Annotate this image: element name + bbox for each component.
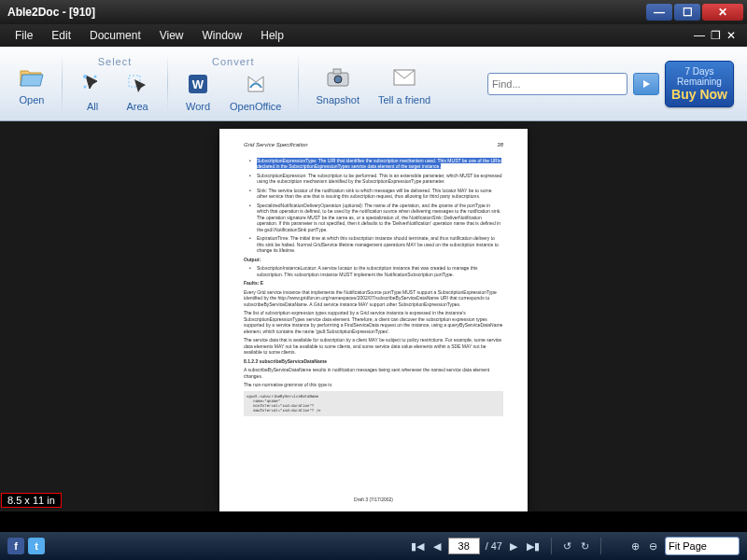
zoom-in-button[interactable]: ⊕ (629, 540, 641, 553)
body-text: SubscriptionInstanceLocator: A service l… (244, 265, 503, 277)
trial-days: 7 Days (666, 66, 733, 77)
snapshot-label: Snapshot (316, 94, 359, 105)
play-icon (641, 79, 651, 89)
openoffice-icon (243, 71, 269, 97)
envelope-icon (391, 64, 417, 91)
buy-now-label: Buy Now (666, 87, 733, 102)
menu-document[interactable]: Document (80, 26, 150, 45)
all-label: All (87, 101, 98, 112)
find-area: 7 Days Remaining Buy Now (487, 49, 738, 119)
faults-heading: Faults: E (244, 280, 263, 286)
group-open: Open (6, 49, 58, 119)
snapshot-button[interactable]: Snapshot (306, 61, 368, 107)
window-controls: — ☐ ✕ (646, 4, 743, 21)
convert-group-head: Convert (212, 54, 255, 67)
select-all-button[interactable]: All (70, 67, 115, 114)
code-block: <gsdl:subscribeByServiceDataName name="q… (244, 391, 503, 416)
body-text: The list of subscription expression type… (244, 310, 503, 334)
facebook-button[interactable]: f (7, 538, 24, 554)
social-buttons: f t (7, 538, 45, 554)
page-footer: Draft 3 (7/17/2002) (219, 497, 528, 503)
minimize-button[interactable]: — (646, 4, 672, 21)
document-page: Grid Service Specification 38 Subscripti… (219, 129, 528, 511)
separator (167, 54, 168, 113)
body-text: Every Grid service instance that impleme… (244, 289, 503, 308)
separator (298, 54, 299, 113)
page-number-input[interactable] (448, 538, 480, 554)
title-bar: Able2Doc - [910] — ☐ ✕ (0, 0, 747, 24)
rotate-ccw-button[interactable]: ↺ (561, 540, 573, 553)
mdi-controls: — ❐ ✕ (694, 29, 741, 42)
svg-point-1 (94, 75, 97, 77)
open-button[interactable]: Open (9, 61, 54, 107)
mdi-restore-button[interactable]: ❐ (711, 29, 721, 42)
prev-page-button[interactable]: ◀ (431, 540, 443, 553)
tell-label: Tell a friend (378, 94, 430, 105)
twitter-button[interactable]: t (28, 538, 45, 554)
close-button[interactable]: ✕ (702, 4, 743, 21)
separator (551, 538, 552, 554)
separator (600, 538, 601, 554)
output-heading: Output: (244, 257, 261, 262)
select-area-button[interactable]: Area (115, 67, 160, 114)
group-tools: Snapshot Tell a friend (303, 49, 444, 119)
open-label: Open (20, 94, 45, 105)
menu-window[interactable]: Window (193, 26, 252, 45)
body-text: A subscribeByServiceDataName results in … (244, 367, 503, 379)
menu-bar: File Edit Document View Window Help — ❐ … (0, 24, 747, 47)
svg-text:W: W (192, 77, 204, 91)
body-text: The non-normative grammar of this type i… (244, 382, 503, 388)
menu-help[interactable]: Help (251, 26, 293, 45)
find-go-button[interactable] (633, 73, 659, 95)
camera-icon (325, 64, 351, 91)
menu-view[interactable]: View (150, 26, 193, 45)
last-page-button[interactable]: ▶▮ (525, 540, 542, 553)
body-text: SubscriptionExpression: The subscription… (244, 173, 503, 185)
next-page-button[interactable]: ▶ (508, 540, 519, 553)
oo-label: OpenOffice (230, 101, 281, 112)
rotate-cw-button[interactable]: ↻ (579, 540, 591, 553)
cursor-area-icon (124, 71, 150, 97)
select-group-head: Select (98, 54, 133, 67)
page-navigation: ▮◀ ◀ / 47 ▶ ▶▮ ↺ ↻ ⊕ ⊖ (409, 537, 740, 555)
body-text: The service data that is available for s… (244, 337, 503, 356)
trial-remaining: Remaining (666, 77, 733, 87)
zoom-out-button[interactable]: ⊖ (647, 540, 659, 553)
folder-open-icon (19, 64, 45, 91)
document-viewport[interactable]: Grid Service Specification 38 Subscripti… (0, 121, 747, 511)
buy-now-button[interactable]: 7 Days Remaining Buy Now (665, 61, 734, 107)
svg-rect-7 (333, 69, 341, 74)
svg-point-0 (83, 75, 87, 78)
mdi-minimize-button[interactable]: — (694, 29, 705, 42)
find-input[interactable] (487, 73, 627, 95)
cursor-all-icon (79, 71, 106, 97)
menu-file[interactable]: File (6, 26, 42, 45)
area-label: Area (126, 101, 148, 112)
mdi-close-button[interactable]: ✕ (726, 29, 736, 42)
openoffice-button[interactable]: OpenOffice (220, 67, 290, 114)
page-dimensions: 8.5 x 11 in (1, 493, 62, 508)
word-button[interactable]: W Word (176, 67, 220, 114)
first-page-button[interactable]: ▮◀ (409, 540, 426, 553)
window-title: Able2Doc - [910] (4, 6, 95, 19)
separator (62, 54, 63, 113)
zoom-select[interactable] (665, 537, 740, 555)
tell-friend-button[interactable]: Tell a friend (369, 61, 440, 107)
selected-text: SubscriptionExpressionType: The URI that… (257, 158, 501, 170)
group-select: Select All Area (66, 49, 163, 119)
maximize-button[interactable]: ☐ (674, 4, 700, 21)
word-label: Word (186, 101, 210, 112)
svg-point-8 (334, 76, 342, 83)
svg-point-2 (84, 85, 87, 88)
group-convert: Convert W Word OpenOffice (172, 49, 294, 119)
toolbar-ribbon: Open Select All Area Convert (0, 47, 747, 121)
body-text: SpecializedNotificationDeliveryOperation… (244, 203, 503, 233)
page-header-right: 38 (497, 142, 503, 149)
page-header-left: Grid Service Specification (244, 142, 308, 149)
section-heading: 8.1.2.2 subscribeByServiceDataName (244, 358, 327, 364)
menu-edit[interactable]: Edit (42, 26, 80, 45)
word-icon: W (185, 71, 211, 97)
body-text: Sink: The service locator of the notific… (244, 188, 503, 200)
body-text: ExpirationTime: The initial time at whic… (244, 235, 503, 254)
page-total: / 47 (486, 540, 502, 552)
